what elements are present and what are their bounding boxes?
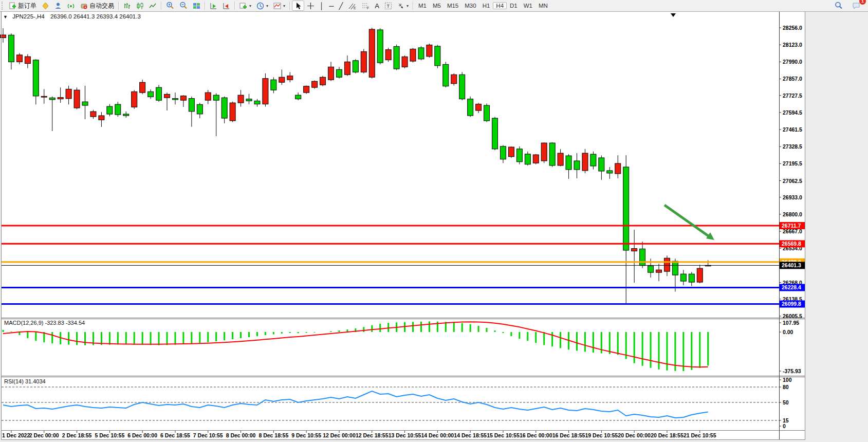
auto-trading-button[interactable]: 自动交易 — [78, 1, 117, 11]
auto-scroll-button[interactable] — [207, 1, 220, 11]
notifications-button[interactable]: 1 — [849, 1, 863, 11]
chevron-down-icon: ▾ — [249, 4, 251, 8]
crosshair-tool-button[interactable] — [304, 1, 317, 11]
chat-bubble-icon — [852, 2, 860, 10]
svg-text:13 Dec 10:55: 13 Dec 10:55 — [389, 432, 421, 438]
text-icon: A — [375, 3, 379, 9]
search-button[interactable] — [832, 1, 845, 11]
svg-text:80: 80 — [783, 384, 789, 390]
horizontal-line-tool-button[interactable]: ─ — [326, 1, 336, 11]
toolbar: 新订单 自动交易 — [0, 0, 868, 12]
separator — [413, 2, 414, 10]
auto-trading-icon — [80, 2, 88, 10]
svg-text:27328.5: 27328.5 — [783, 143, 802, 150]
chart-window[interactable]: 28256.028123.027990.027857.027727.527594… — [0, 11, 868, 442]
svg-text:F: F — [367, 6, 369, 10]
svg-text:-375.93: -375.93 — [783, 368, 801, 374]
line-chart-icon — [149, 2, 157, 10]
label-tool-button[interactable]: T — [382, 1, 395, 11]
cursor-tool-button[interactable] — [292, 1, 304, 11]
svg-text:26401.3: 26401.3 — [782, 262, 801, 268]
profile-icon — [54, 2, 62, 10]
new-chart-button[interactable]: ▾ — [237, 1, 254, 11]
svg-text:16 Dec 18:55: 16 Dec 18:55 — [552, 432, 585, 438]
new-chart-icon — [239, 2, 247, 10]
zoom-out-icon — [179, 2, 188, 10]
crystal-icon — [42, 2, 49, 10]
separator — [118, 2, 119, 10]
vertical-line-tool-button[interactable]: │ — [317, 1, 326, 11]
channel-tool-button[interactable]: E — [345, 1, 359, 11]
chart-shift-button[interactable] — [220, 1, 233, 11]
svg-text:5 Dec 10:55: 5 Dec 10:55 — [95, 432, 124, 438]
signal-icon — [67, 2, 75, 10]
time-axis[interactable]: 1 Dec 20222 Dec 00:002 Dec 18:555 Dec 10… — [2, 431, 716, 438]
auto-trading-label: 自动交易 — [89, 2, 114, 10]
channel-icon: E — [348, 2, 356, 10]
fibonacci-tool-button[interactable]: F — [359, 1, 372, 11]
separator — [161, 2, 162, 10]
crosshair-icon — [307, 2, 315, 10]
arrows-tool-button[interactable]: ▾ — [395, 1, 411, 11]
search-icon — [835, 2, 843, 10]
trendline-icon: ╱ — [339, 3, 343, 9]
svg-text:26228.4: 26228.4 — [782, 284, 801, 290]
arrows-icon — [397, 2, 404, 10]
trendline-tool-button[interactable]: ╱ — [336, 1, 345, 11]
line-chart-mode-button[interactable] — [146, 1, 159, 11]
svg-text:16 Dec 00:00: 16 Dec 00:00 — [520, 432, 552, 438]
tab-timeframe-mn[interactable]: MN — [535, 2, 551, 9]
svg-text:2 Dec 00:00: 2 Dec 00:00 — [29, 432, 59, 438]
new-order-button[interactable]: 新订单 — [6, 1, 39, 11]
tab-timeframe-h4[interactable]: H4 — [493, 2, 507, 9]
chevron-down-icon: ▾ — [283, 4, 285, 8]
svg-text:6 Dec 18:55: 6 Dec 18:55 — [160, 432, 190, 438]
chevron-down-icon: ▾ — [407, 4, 409, 8]
svg-text:12 Dec 18:55: 12 Dec 18:55 — [356, 432, 389, 438]
candlestick-mode-button[interactable] — [134, 1, 146, 11]
svg-text:27461.5: 27461.5 — [783, 126, 802, 133]
svg-text:27062.5: 27062.5 — [783, 178, 802, 184]
svg-text:27195.5: 27195.5 — [783, 160, 802, 167]
tab-timeframe-m1[interactable]: M1 — [415, 2, 430, 9]
tab-timeframe-m15[interactable]: M15 — [444, 2, 461, 9]
zoom-out-button[interactable] — [177, 1, 190, 11]
tile-windows-button[interactable] — [190, 1, 203, 11]
svg-text:T: T — [386, 4, 390, 9]
tab-timeframe-m5[interactable]: M5 — [430, 2, 444, 9]
svg-text:26800.0: 26800.0 — [783, 211, 802, 217]
market-watch-button[interactable] — [39, 1, 52, 11]
clock-icon — [256, 2, 264, 10]
text-tool-button[interactable]: A — [372, 1, 382, 11]
svg-text:26933.0: 26933.0 — [783, 194, 802, 200]
horizontal-line-icon: ─ — [329, 3, 334, 9]
separator — [289, 2, 290, 10]
tab-timeframe-w1[interactable]: W1 — [521, 2, 535, 9]
svg-text:27990.0: 27990.0 — [783, 59, 802, 65]
tab-timeframe-d1[interactable]: D1 — [507, 2, 521, 9]
svg-text:E: E — [354, 6, 356, 10]
svg-text:100: 100 — [783, 377, 792, 383]
tab-timeframe-h1[interactable]: H1 — [479, 2, 493, 9]
chart-shift-icon — [223, 2, 230, 10]
svg-text:27727.5: 27727.5 — [783, 93, 802, 99]
svg-text:26005.5: 26005.5 — [783, 313, 802, 319]
bar-chart-mode-button[interactable] — [121, 1, 134, 11]
toolbar-grip[interactable] — [2, 2, 5, 10]
auto-scroll-icon — [210, 2, 217, 10]
svg-text:8 Dec 18:55: 8 Dec 18:55 — [258, 432, 288, 438]
new-order-label: 新订单 — [18, 2, 36, 10]
templates-button[interactable]: ▾ — [271, 1, 288, 11]
svg-text:28256.0: 28256.0 — [783, 25, 802, 31]
template-icon — [273, 2, 281, 10]
fibonacci-icon: F — [361, 2, 370, 10]
candlestick-icon — [136, 2, 144, 10]
tab-timeframe-m30[interactable]: M30 — [461, 2, 479, 9]
svg-text:107.95: 107.95 — [783, 320, 799, 326]
periods-button[interactable]: ▾ — [254, 1, 271, 11]
svg-text:0.00: 0.00 — [783, 329, 793, 335]
svg-text:27594.5: 27594.5 — [783, 109, 802, 116]
zoom-in-button[interactable] — [163, 1, 177, 11]
data-window-button[interactable] — [52, 1, 65, 11]
navigator-button[interactable] — [65, 1, 78, 11]
